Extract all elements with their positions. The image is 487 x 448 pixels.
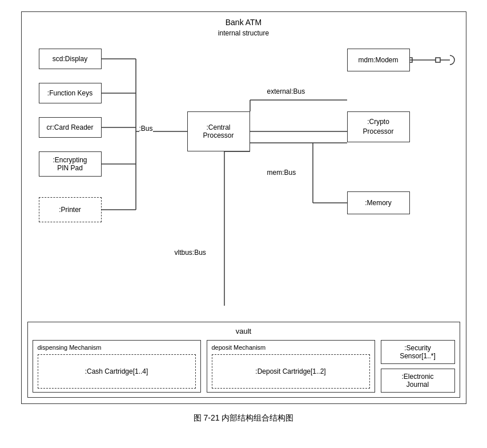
deposit-mechanism: deposit Mechanism :Deposit Cartridge[1..… xyxy=(207,340,375,393)
vltbus-label: vltbus:Bus xyxy=(175,249,206,257)
dispensing-title: dispensing Mechanism xyxy=(38,344,196,351)
external-bus-label: external:Bus xyxy=(267,87,305,95)
internal-label: internal structure xyxy=(27,29,460,37)
box-card-reader: cr:Card Reader xyxy=(39,117,102,138)
mem-bus-label: mem:Bus xyxy=(267,169,296,177)
vault-inner: dispensing Mechanism :Cash Cartridge[1..… xyxy=(33,340,455,393)
box-memory: :Memory xyxy=(347,191,410,214)
main-area: scd:Display :Function Keys cr:Card Reade… xyxy=(27,43,460,317)
caption: 图 7-21 内部结构组合结构图 xyxy=(194,413,294,423)
deposit-cartridge: :Deposit Cartridge[1..2] xyxy=(212,354,370,389)
deposit-title: deposit Mechanism xyxy=(212,344,370,351)
cash-cartridge: :Cash Cartridge[1..4] xyxy=(38,354,196,389)
bus-label: :Bus xyxy=(139,125,153,133)
box-printer: :Printer xyxy=(39,197,102,222)
vault-title: vault xyxy=(33,327,455,335)
box-central: :Central Processor xyxy=(187,111,250,151)
box-encrypting: :Encrypting PIN Pad xyxy=(39,151,102,177)
security-sensor: :Security Sensor[1..*] xyxy=(381,340,455,364)
diagram-container: Bank ATM internal structure xyxy=(21,11,466,404)
box-crypto: :Crypto Processor xyxy=(347,111,410,142)
electronic-journal: :Electronic Journal xyxy=(381,369,455,393)
right-boxes: :Security Sensor[1..*] :Electronic Journ… xyxy=(381,340,455,393)
outer-title: Bank ATM xyxy=(27,18,460,27)
box-display: scd:Display xyxy=(39,49,102,69)
dispensing-mechanism: dispensing Mechanism :Cash Cartridge[1..… xyxy=(33,340,201,393)
box-function-keys: :Function Keys xyxy=(39,83,102,103)
svg-rect-18 xyxy=(436,58,440,62)
box-modem: mdm:Modem xyxy=(347,49,410,71)
vault-container: vault dispensing Mechanism :Cash Cartrid… xyxy=(27,322,460,398)
